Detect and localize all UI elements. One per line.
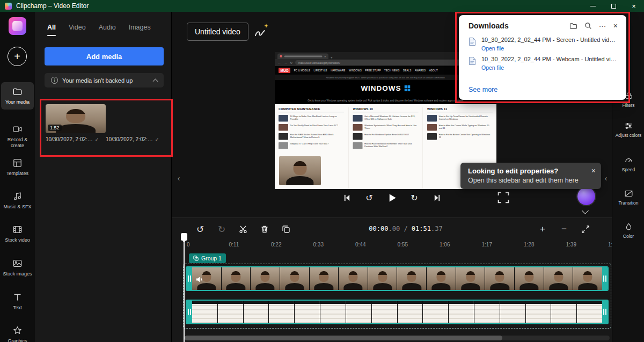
- media-item-webcam[interactable]: 1:52 10/30/2022, 2:02:… ✓: [46, 104, 106, 142]
- sidebar-item-label: Graphics: [8, 338, 27, 342]
- redo-button[interactable]: ↻: [214, 221, 230, 237]
- tab-all[interactable]: All: [47, 24, 56, 36]
- window-title: Clipchamp – Video Editor: [16, 2, 89, 10]
- trim-handle-right[interactable]: [602, 301, 608, 323]
- panel-item-speed[interactable]: Speed: [612, 156, 644, 173]
- duplicate-button[interactable]: [278, 221, 294, 237]
- close-downloads-icon[interactable]: ×: [613, 22, 618, 30]
- tab-audio[interactable]: Audio: [99, 24, 116, 36]
- muo-article-title: How to Hide the Cursor While Typing on W…: [439, 124, 493, 131]
- assistant-avatar[interactable]: [577, 187, 595, 205]
- more-options-icon[interactable]: ⋯: [599, 22, 606, 30]
- timeline-ruler[interactable]: 00:110:220:330:440:551:061:171:281:391:5: [187, 242, 612, 250]
- time-display: 00:00.00 / 01:51.37: [352, 225, 459, 232]
- muo-column: WINDOWS 10Get a Microsoft Windows 10 Lif…: [348, 107, 419, 189]
- clipchamp-app: Clipchamp – Video Editor × + Your mediaR…: [0, 0, 644, 342]
- sidebar-item-record-create[interactable]: Record & create: [1, 120, 34, 153]
- sidebar-item-music-sfx[interactable]: Music & SFX: [1, 187, 34, 214]
- project-title-input[interactable]: Untitled video: [187, 23, 248, 41]
- collapse-left-panel[interactable]: ‹: [175, 171, 182, 186]
- skip-to-start-button[interactable]: [340, 191, 353, 204]
- tab-images[interactable]: Images: [129, 24, 151, 36]
- open-file-link[interactable]: Open file: [481, 45, 504, 52]
- see-more-link[interactable]: See more: [469, 86, 497, 93]
- rewind-button[interactable]: ↺: [363, 191, 376, 204]
- screen-track-clip[interactable]: [186, 300, 609, 324]
- add-media-button[interactable]: Add media: [45, 47, 164, 66]
- backup-notice[interactable]: i Your media isn't backed up: [45, 73, 164, 88]
- scrollbar-thumb[interactable]: [185, 336, 502, 340]
- webcam-overlay: [279, 156, 321, 185]
- panel-item-adjust-colors[interactable]: Adjust colors: [612, 121, 644, 139]
- close-tooltip-icon[interactable]: ×: [591, 166, 596, 175]
- tab-video[interactable]: Video: [69, 24, 86, 36]
- download-item-info: 10_30_2022, 2_02_44 PM - Webcam - Untitl…: [481, 56, 617, 72]
- fullscreen-button[interactable]: [497, 191, 510, 204]
- play-button[interactable]: [385, 191, 398, 204]
- open-file-link[interactable]: Open file: [481, 64, 504, 71]
- group-badge[interactable]: Group 1: [189, 253, 226, 263]
- sidebar-item-text[interactable]: Text: [1, 288, 34, 315]
- playhead-line: [184, 235, 185, 342]
- muo-nav-item: FREE STUFF: [365, 69, 380, 72]
- webcam-frame: [485, 267, 514, 290]
- maximize-button[interactable]: [603, 0, 624, 12]
- media-item-screen[interactable]: 10/30/2022, 2:02:… ✓: [106, 104, 166, 142]
- left-sidebar: + Your mediaRecord & createTemplatesMusi…: [0, 12, 35, 342]
- text-icon: [12, 292, 23, 302]
- muo-column-heading: WINDOWS 10: [353, 107, 419, 113]
- split-button[interactable]: [235, 221, 251, 237]
- sidebar-item-graphics[interactable]: Graphics: [1, 321, 34, 342]
- playback-controls: ↺ ↻: [172, 190, 612, 206]
- media-item-label: 10/30/2022, 2:02:… ✓: [106, 136, 166, 142]
- trim-handle-left[interactable]: [187, 301, 192, 323]
- forward-button[interactable]: ↻: [408, 191, 421, 204]
- muo-nav: PC & MOBILELIFESTYLEHARDWAREWINDOWSFREE …: [294, 69, 438, 72]
- sidebar-item-your-media[interactable]: Your media: [1, 82, 34, 110]
- minimize-button[interactable]: [583, 0, 603, 12]
- chevron-up-icon[interactable]: [153, 78, 158, 84]
- collapse-right-panel[interactable]: ‹: [602, 171, 610, 186]
- skip-to-end-button[interactable]: [430, 191, 443, 204]
- delete-button[interactable]: [257, 221, 273, 237]
- window-titlebar: Clipchamp – Video Editor ×: [0, 0, 644, 12]
- zoom-out-button[interactable]: −: [556, 221, 572, 237]
- sidebar-item-label: Stock video: [5, 237, 30, 243]
- webcam-track-clip[interactable]: [186, 266, 609, 291]
- muo-article-title: Do You Really Need to Shut Down Your Lin…: [290, 124, 339, 131]
- chevron-down-icon[interactable]: [582, 207, 589, 214]
- trim-handle-right[interactable]: [602, 267, 608, 290]
- adjust-colors-icon: [624, 121, 633, 130]
- open-folder-icon[interactable]: [569, 23, 577, 30]
- trim-handle-left[interactable]: [187, 267, 192, 290]
- zoom-in-button[interactable]: +: [535, 221, 551, 237]
- muo-article-thumb: [353, 142, 363, 149]
- search-downloads-icon[interactable]: [584, 22, 592, 30]
- new-video-button[interactable]: +: [8, 47, 27, 66]
- muo-nav-item: LIFESTYLE: [314, 69, 327, 72]
- sidebar-item-stock-video[interactable]: Stock video: [1, 220, 34, 248]
- sidebar-item-templates[interactable]: Templates: [1, 154, 34, 181]
- panel-item-color[interactable]: Color: [612, 222, 644, 239]
- file-icon: [469, 56, 476, 66]
- undo-button[interactable]: ↺: [192, 221, 208, 237]
- timeline-scrollbar[interactable]: [185, 336, 610, 340]
- muo-article-thumb: [279, 124, 288, 131]
- screen-frame: [218, 301, 243, 323]
- clipchamp-app-icon: [5, 3, 12, 10]
- muo-article: Do You Really Need to Shut Down Your Lin…: [279, 124, 344, 131]
- zoom-fit-button[interactable]: [577, 221, 594, 237]
- record-create-icon: [12, 124, 23, 134]
- muo-article: IsMyMac X: Can It Help Tune Your Mac?: [279, 142, 344, 149]
- music-sfx-icon: [12, 191, 23, 201]
- sidebar-item-stock-images[interactable]: Stock images: [1, 254, 34, 281]
- close-button[interactable]: ×: [624, 0, 644, 12]
- playhead-handle[interactable]: [181, 233, 187, 241]
- muo-nav-item: WINDOWS: [349, 69, 362, 72]
- edit-title-icon[interactable]: [253, 26, 267, 39]
- muo-article-thumb: [279, 133, 288, 140]
- windows-logo-icon: [405, 85, 411, 91]
- panel-item-transition[interactable]: Transition: [612, 189, 644, 206]
- audio-icon[interactable]: [195, 275, 204, 284]
- window-controls: ×: [583, 0, 644, 12]
